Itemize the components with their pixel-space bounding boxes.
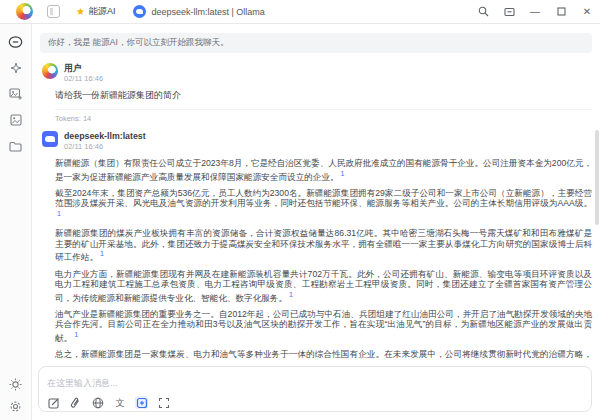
- message-paragraph: 总之，新疆能源集团是一家集煤炭、电力和油气等多种业务于一体的综合性国有企业。在未…: [55, 349, 592, 358]
- window-title-area: deepseek-llm:latest | Ollama: [133, 5, 470, 18]
- search-icon[interactable]: [470, 0, 496, 23]
- sparkle-icon[interactable]: [8, 60, 24, 76]
- app-window: ★ 能源AI deepseek-llm:latest | Ollama — ✕: [0, 0, 600, 420]
- window-controls: — ✕: [470, 0, 600, 23]
- message-paragraph: 油气产业是新疆能源集团的重要业务之一。自2012年起，公司已成功与中石油、兵团组…: [55, 309, 592, 343]
- close-button[interactable]: ✕: [574, 0, 600, 23]
- message-paragraph: 电力产业方面，新疆能源集团现有并网及在建新能源装机容量共计702万千瓦。此外，公…: [55, 269, 592, 303]
- assistant-timestamp: 02/11 16:46: [64, 142, 146, 151]
- user-timestamp: 02/11 16:46: [64, 74, 103, 83]
- svg-text:文: 文: [115, 398, 124, 408]
- message-paragraph: 新疆能源集团的煤炭产业板块拥有丰富的资源储备，合计资源权益储量达86.31亿吨。…: [55, 228, 592, 262]
- gallery-icon[interactable]: [8, 112, 24, 128]
- app-name: 能源AI: [89, 5, 116, 18]
- composer: 文: [38, 366, 592, 412]
- image-add-icon[interactable]: [8, 86, 24, 102]
- folder-icon[interactable]: [8, 138, 24, 154]
- citation-marker[interactable]: 1: [341, 170, 345, 177]
- citation-marker[interactable]: 1: [100, 250, 104, 257]
- assistant-model-name: deepseek-llm:latest: [64, 131, 146, 141]
- citation-marker[interactable]: 1: [57, 210, 61, 217]
- translate-icon[interactable]: 文: [113, 396, 126, 409]
- message-paragraph: 新疆能源（集团）有限责任公司成立于2023年8月，它是经自治区党委、人民政府批准…: [55, 158, 592, 182]
- user-name: 用户: [64, 63, 103, 73]
- composer-toolbar: 文: [47, 396, 583, 409]
- titlebar: ★ 能源AI deepseek-llm:latest | Ollama — ✕: [0, 0, 600, 24]
- tab-icon[interactable]: [47, 5, 60, 18]
- chat-area: 你好，我是 能源AI，你可以立刻开始跟我聊天。 用户 02/11 16:46 请…: [32, 24, 600, 358]
- assistant-message: deepseek-llm:latest 02/11 16:46 新疆能源（集团）…: [40, 131, 592, 358]
- user-message-text: 请给我一份新疆能源集团的简介: [55, 89, 592, 102]
- window-title: deepseek-llm:latest | Ollama: [151, 7, 264, 17]
- chat-bubble-icon[interactable]: [8, 34, 24, 50]
- message-paragraph: 截至2024年末，集团资产总额为536亿元，员工人数约为2300名。新疆能源集团…: [55, 188, 592, 222]
- app-logo-icon: [16, 3, 33, 20]
- user-token-count: Tokens: 14: [55, 114, 592, 123]
- divider: [55, 109, 592, 110]
- message-input[interactable]: [47, 378, 583, 388]
- app-tab[interactable]: ★ 能源AI: [76, 5, 115, 18]
- sidebar: [0, 24, 32, 420]
- settings-gear-icon[interactable]: [8, 398, 24, 414]
- welcome-banner: 你好，我是 能源AI，你可以立刻开始跟我聊天。: [40, 33, 592, 53]
- attachment-icon[interactable]: [69, 396, 82, 409]
- model-provider-icon: [133, 5, 146, 18]
- citation-marker[interactable]: 1: [289, 291, 293, 298]
- compose-icon[interactable]: [47, 396, 60, 409]
- globe-icon[interactable]: [91, 396, 104, 409]
- citation-marker[interactable]: 1: [74, 331, 78, 338]
- user-message: 用户 02/11 16:46 请给我一份新疆能源集团的简介 Tokens: 14: [40, 63, 592, 123]
- scrollbar-thumb[interactable]: [595, 130, 599, 225]
- maximize-button[interactable]: [548, 0, 574, 23]
- theme-toggle-icon[interactable]: [8, 376, 24, 392]
- popout-icon[interactable]: [496, 0, 522, 23]
- web-search-active-icon[interactable]: [135, 396, 148, 409]
- assistant-avatar: [42, 131, 58, 147]
- expand-icon[interactable]: [157, 396, 170, 409]
- user-avatar: [42, 63, 58, 79]
- minimize-button[interactable]: —: [522, 0, 548, 23]
- assistant-paragraphs: 新疆能源（集团）有限责任公司成立于2023年8月，它是经自治区党委、人民政府批准…: [55, 158, 592, 358]
- star-icon: ★: [76, 7, 85, 17]
